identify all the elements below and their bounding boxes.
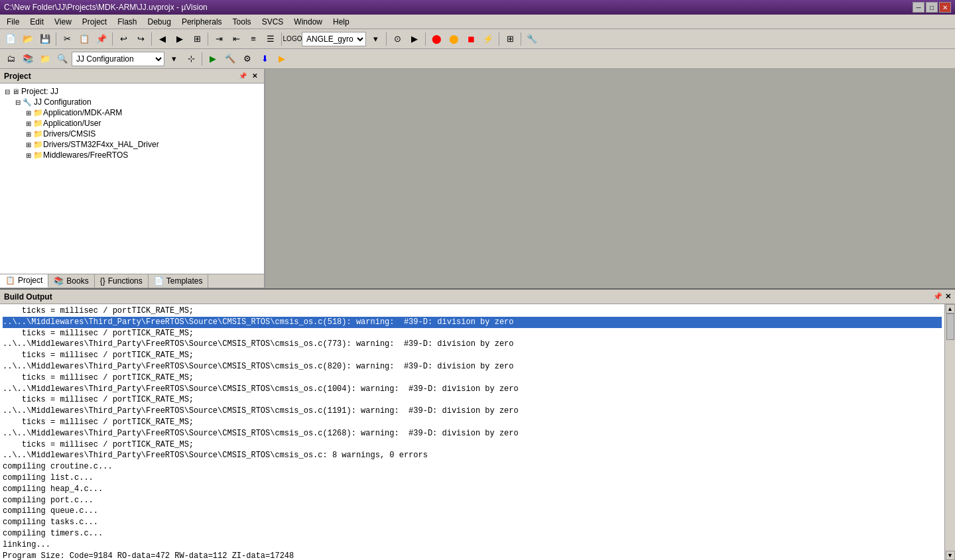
window-select-button[interactable]: ⊞ bbox=[502, 31, 518, 47]
scrollbar-down-button[interactable]: ▼ bbox=[946, 551, 955, 560]
menu-project[interactable]: Project bbox=[77, 16, 112, 28]
tree-folder-4[interactable]: ⊞ 📁 Middlewares/FreeRTOS bbox=[3, 150, 261, 160]
build-scrollbar[interactable]: ▲ ▼ bbox=[944, 304, 955, 560]
tree-folder-3[interactable]: ⊞ 📁 Drivers/STM32F4xx_HAL_Driver bbox=[3, 139, 261, 150]
format-button[interactable]: ≡ bbox=[245, 31, 261, 47]
paste-button[interactable]: 📌 bbox=[94, 31, 109, 47]
build-line-13[interactable]: ..\..\Middlewares\Third_Party\FreeRTOS\S… bbox=[3, 450, 942, 461]
indent-button[interactable]: ⇥ bbox=[211, 31, 227, 47]
build-line-6[interactable]: ticks = millisec / portTICK_RATE_MS; bbox=[3, 372, 942, 384]
rebuild-button[interactable]: ⚙ bbox=[239, 51, 255, 67]
undo-button[interactable]: ↩ bbox=[115, 31, 131, 47]
menu-debug[interactable]: Debug bbox=[143, 16, 176, 28]
build-pin-button[interactable]: 📌 bbox=[933, 292, 942, 301]
scrollbar-thumb[interactable] bbox=[946, 313, 954, 340]
close-button[interactable]: ✕ bbox=[939, 2, 951, 13]
panel-close-button[interactable]: ✕ bbox=[249, 71, 260, 82]
menu-tools[interactable]: Tools bbox=[227, 16, 257, 28]
load-button[interactable]: ⊙ bbox=[389, 31, 405, 47]
menu-peripherals[interactable]: Peripherals bbox=[176, 16, 227, 28]
minimize-button[interactable]: ─ bbox=[913, 2, 924, 13]
new-file-button[interactable]: 📄 bbox=[3, 31, 19, 47]
config-select[interactable]: JJ Configuration bbox=[72, 52, 164, 66]
build-line-19[interactable]: compiling tasks.c... bbox=[3, 517, 942, 528]
open-file-button[interactable]: 📂 bbox=[20, 31, 36, 47]
reset-button[interactable]: ⬤ bbox=[446, 31, 462, 47]
tab-project[interactable]: 📋 Project bbox=[0, 274, 48, 288]
settings-button[interactable]: 🔧 bbox=[524, 31, 540, 47]
build-line-0[interactable]: ticks = millisec / portTICK_RATE_MS; bbox=[3, 306, 942, 317]
menu-flash[interactable]: Flash bbox=[112, 16, 142, 28]
menu-svcs[interactable]: SVCS bbox=[257, 16, 289, 28]
flash-button[interactable]: ⚡ bbox=[480, 31, 496, 47]
tab-functions[interactable]: {} Functions bbox=[95, 274, 149, 288]
build-line-12[interactable]: ticks = millisec / portTICK_RATE_MS; bbox=[3, 439, 942, 451]
tab-templates[interactable]: 📄 Templates bbox=[149, 274, 209, 288]
books-window-button[interactable]: 📚 bbox=[20, 51, 36, 67]
build-line-20[interactable]: compiling timers.c... bbox=[3, 528, 942, 539]
folder2-expand-icon[interactable]: ⊞ bbox=[24, 131, 33, 138]
tree-root[interactable]: ⊟ 🖥 Project: JJ bbox=[3, 86, 261, 97]
build-line-11[interactable]: ..\..\Middlewares\Third_Party\FreeRTOS\S… bbox=[3, 428, 942, 439]
build-line-17[interactable]: compiling port.c... bbox=[3, 495, 942, 506]
format2-button[interactable]: ☰ bbox=[263, 31, 279, 47]
unindent-button[interactable]: ⇤ bbox=[228, 31, 244, 47]
config-expand-icon[interactable]: ⊟ bbox=[13, 99, 23, 106]
menu-file[interactable]: File bbox=[1, 16, 25, 28]
menu-view[interactable]: View bbox=[49, 16, 77, 28]
build-line-9[interactable]: ..\..\Middlewares\Third_Party\FreeRTOS\S… bbox=[3, 406, 942, 417]
build-line-3[interactable]: ..\..\Middlewares\Third_Party\FreeRTOS\S… bbox=[3, 339, 942, 350]
erase-button[interactable]: ◼ bbox=[463, 31, 479, 47]
build-line-7[interactable]: ..\..\Middlewares\Third_Party\FreeRTOS\S… bbox=[3, 384, 942, 395]
target-dropdown-button[interactable]: ▾ bbox=[367, 31, 383, 47]
build-close-button[interactable]: ✕ bbox=[945, 292, 951, 301]
build-line-10[interactable]: ticks = millisec / portTICK_RATE_MS; bbox=[3, 417, 942, 428]
folder3-expand-icon[interactable]: ⊞ bbox=[24, 141, 33, 148]
build-line-1[interactable]: ..\..\Middlewares\Third_Party\FreeRTOS\S… bbox=[3, 317, 942, 328]
scrollbar-up-button[interactable]: ▲ bbox=[946, 304, 955, 313]
tree-folder-2[interactable]: ⊞ 📁 Drivers/CMSIS bbox=[3, 129, 261, 139]
build-line-15[interactable]: compiling list.c... bbox=[3, 473, 942, 484]
search-button[interactable]: 🔍 bbox=[54, 51, 70, 67]
root-expand-icon[interactable]: ⊟ bbox=[3, 88, 12, 95]
menu-help[interactable]: Help bbox=[328, 16, 355, 28]
tree-config[interactable]: ⊟ 🔧 JJ Configuration bbox=[3, 97, 261, 107]
download-button[interactable]: ⬇ bbox=[257, 51, 273, 67]
run2-button[interactable]: ▶ bbox=[274, 51, 290, 67]
project-window-button[interactable]: 🗂 bbox=[3, 51, 19, 67]
maximize-button[interactable]: □ bbox=[926, 2, 938, 13]
nav-forward-button[interactable]: ▶ bbox=[172, 31, 188, 47]
build-line-2[interactable]: ticks = millisec / portTICK_RATE_MS; bbox=[3, 328, 942, 339]
tree-folder-0[interactable]: ⊞ 📁 Application/MDK-ARM bbox=[3, 107, 261, 118]
build-line-18[interactable]: compiling queue.c... bbox=[3, 506, 942, 517]
tree-folder-1[interactable]: ⊞ 📁 Application/User bbox=[3, 118, 261, 129]
folder0-expand-icon[interactable]: ⊞ bbox=[24, 109, 33, 117]
build-line-14[interactable]: compiling croutine.c... bbox=[3, 461, 942, 473]
copy-button[interactable]: 📋 bbox=[76, 31, 92, 47]
build-line-16[interactable]: compiling heap_4.c... bbox=[3, 484, 942, 495]
menu-window[interactable]: Window bbox=[288, 16, 328, 28]
template-button[interactable]: 📁 bbox=[37, 51, 53, 67]
build-button[interactable]: 🔨 bbox=[222, 51, 238, 67]
build-line-22[interactable]: Program Size: Code=9184 RO-data=472 RW-d… bbox=[3, 551, 942, 560]
redo-button[interactable]: ↪ bbox=[133, 31, 149, 47]
save-button[interactable]: 💾 bbox=[37, 31, 53, 47]
nav-back-button[interactable]: ◀ bbox=[155, 31, 170, 47]
cursor-button[interactable]: ⊹ bbox=[183, 51, 199, 67]
config-dropdown-button[interactable]: ▾ bbox=[166, 51, 182, 67]
menu-edit[interactable]: Edit bbox=[25, 16, 49, 28]
tab-books[interactable]: 📚 Books bbox=[48, 274, 94, 288]
nav-extra-button[interactable]: ⊞ bbox=[189, 31, 205, 47]
start-debug-button[interactable]: ▶ bbox=[407, 31, 422, 47]
cut-button[interactable]: ✂ bbox=[59, 31, 75, 47]
stop-button[interactable]: ⬤ bbox=[428, 31, 444, 47]
target-select[interactable]: ANGLE_gyro bbox=[302, 32, 366, 46]
folder4-expand-icon[interactable]: ⊞ bbox=[24, 152, 33, 159]
run-button[interactable]: ▶ bbox=[205, 51, 221, 67]
build-line-21[interactable]: linking... bbox=[3, 539, 942, 551]
build-line-8[interactable]: ticks = millisec / portTICK_RATE_MS; bbox=[3, 394, 942, 406]
build-line-4[interactable]: ticks = millisec / portTICK_RATE_MS; bbox=[3, 350, 942, 361]
panel-pin-button[interactable]: 📌 bbox=[237, 71, 248, 82]
build-line-5[interactable]: ..\..\Middlewares\Third_Party\FreeRTOS\S… bbox=[3, 361, 942, 372]
folder1-expand-icon[interactable]: ⊞ bbox=[24, 120, 33, 127]
